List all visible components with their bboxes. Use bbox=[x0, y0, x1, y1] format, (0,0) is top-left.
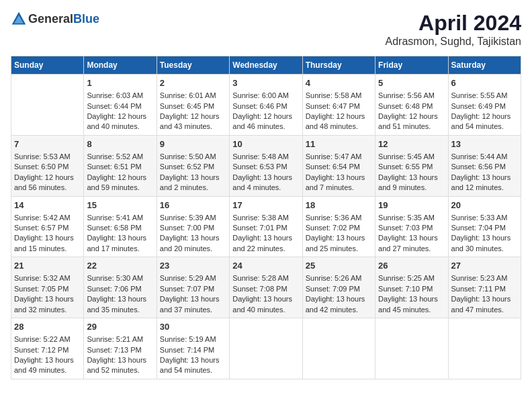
daylight: Daylight: 13 hours and 45 minutes. bbox=[378, 295, 438, 313]
day-cell: 1Sunrise: 6:03 AMSunset: 6:44 PMDaylight… bbox=[84, 75, 157, 136]
day-number: 20 bbox=[451, 199, 518, 212]
day-number: 28 bbox=[14, 321, 81, 333]
sunset: Sunset: 7:14 PM bbox=[160, 346, 214, 354]
sunrise: Sunrise: 5:39 AM bbox=[160, 214, 216, 222]
sunrise: Sunrise: 5:35 AM bbox=[378, 214, 435, 222]
day-cell bbox=[230, 318, 302, 379]
day-number: 1 bbox=[87, 77, 153, 89]
sunrise: Sunrise: 5:32 AM bbox=[14, 274, 71, 282]
daylight: Daylight: 13 hours and 35 minutes. bbox=[87, 295, 146, 313]
day-cell: 4Sunrise: 5:58 AMSunset: 6:47 PMDaylight… bbox=[302, 75, 375, 136]
day-cell: 20Sunrise: 5:33 AMSunset: 7:04 PMDayligh… bbox=[448, 196, 521, 257]
sunset: Sunset: 7:05 PM bbox=[14, 285, 69, 293]
month-title: April 2024 bbox=[386, 11, 521, 36]
day-number: 21 bbox=[14, 260, 81, 272]
day-cell: 18Sunrise: 5:36 AMSunset: 7:02 PMDayligh… bbox=[302, 196, 375, 257]
daylight: Daylight: 12 hours and 48 minutes. bbox=[306, 112, 365, 130]
sunrise: Sunrise: 5:55 AM bbox=[451, 91, 508, 99]
sunrise: Sunrise: 5:22 AM bbox=[14, 335, 71, 343]
day-cell: 10Sunrise: 5:48 AMSunset: 6:53 PMDayligh… bbox=[230, 135, 302, 196]
daylight: Daylight: 13 hours and 42 minutes. bbox=[306, 295, 365, 313]
sunset: Sunset: 6:44 PM bbox=[87, 102, 141, 110]
sunset: Sunset: 7:11 PM bbox=[451, 285, 506, 293]
day-number: 17 bbox=[232, 199, 299, 212]
day-number: 14 bbox=[14, 199, 81, 212]
daylight: Daylight: 12 hours and 43 minutes. bbox=[160, 112, 220, 130]
day-cell: 12Sunrise: 5:45 AMSunset: 6:55 PMDayligh… bbox=[375, 135, 448, 196]
day-number: 27 bbox=[451, 260, 518, 272]
header-cell-thursday: Thursday bbox=[302, 56, 375, 75]
day-cell bbox=[302, 318, 375, 379]
sunrise: Sunrise: 5:21 AM bbox=[87, 335, 143, 343]
day-cell: 5Sunrise: 5:56 AMSunset: 6:48 PMDaylight… bbox=[375, 75, 448, 136]
sunrise: Sunrise: 5:23 AM bbox=[451, 274, 508, 282]
day-number: 29 bbox=[87, 321, 153, 333]
daylight: Daylight: 13 hours and 2 minutes. bbox=[160, 173, 220, 191]
sunrise: Sunrise: 5:30 AM bbox=[87, 274, 143, 282]
daylight: Daylight: 12 hours and 59 minutes. bbox=[87, 173, 146, 191]
day-cell: 21Sunrise: 5:32 AMSunset: 7:05 PMDayligh… bbox=[11, 257, 84, 318]
calendar-table: SundayMondayTuesdayWednesdayThursdayFrid… bbox=[11, 56, 521, 379]
week-row-3: 14Sunrise: 5:42 AMSunset: 6:57 PMDayligh… bbox=[11, 196, 521, 257]
sunset: Sunset: 7:07 PM bbox=[160, 285, 214, 293]
sunset: Sunset: 7:12 PM bbox=[14, 346, 69, 354]
sunset: Sunset: 7:09 PM bbox=[306, 285, 360, 293]
location-title: Adrasmon, Sughd, Tajikistan bbox=[386, 36, 521, 48]
sunset: Sunset: 6:53 PM bbox=[232, 163, 287, 171]
day-number: 30 bbox=[160, 321, 226, 333]
header-cell-saturday: Saturday bbox=[448, 56, 521, 75]
header-row: SundayMondayTuesdayWednesdayThursdayFrid… bbox=[11, 56, 521, 75]
daylight: Daylight: 13 hours and 37 minutes. bbox=[160, 295, 220, 313]
daylight: Daylight: 13 hours and 27 minutes. bbox=[378, 234, 438, 252]
sunset: Sunset: 7:01 PM bbox=[232, 224, 287, 232]
sunrise: Sunrise: 6:01 AM bbox=[160, 91, 216, 99]
day-number: 13 bbox=[451, 138, 518, 150]
title-block: April 2024 Adrasmon, Sughd, Tajikistan bbox=[386, 11, 521, 48]
day-cell bbox=[11, 75, 84, 136]
sunrise: Sunrise: 5:28 AM bbox=[232, 274, 289, 282]
day-number: 16 bbox=[160, 199, 226, 212]
week-row-4: 21Sunrise: 5:32 AMSunset: 7:05 PMDayligh… bbox=[11, 257, 521, 318]
sunset: Sunset: 6:57 PM bbox=[14, 224, 69, 232]
sunset: Sunset: 6:58 PM bbox=[87, 224, 141, 232]
day-cell: 14Sunrise: 5:42 AMSunset: 6:57 PMDayligh… bbox=[11, 196, 84, 257]
day-number: 26 bbox=[378, 260, 445, 272]
sunrise: Sunrise: 5:26 AM bbox=[306, 274, 362, 282]
daylight: Daylight: 13 hours and 52 minutes. bbox=[87, 356, 146, 374]
daylight: Daylight: 13 hours and 54 minutes. bbox=[160, 356, 220, 374]
sunrise: Sunrise: 6:00 AM bbox=[232, 91, 289, 99]
daylight: Daylight: 13 hours and 9 minutes. bbox=[378, 173, 438, 191]
sunrise: Sunrise: 5:47 AM bbox=[306, 152, 362, 161]
day-cell: 8Sunrise: 5:52 AMSunset: 6:51 PMDaylight… bbox=[84, 135, 157, 196]
daylight: Daylight: 13 hours and 30 minutes. bbox=[451, 234, 511, 252]
day-cell: 30Sunrise: 5:19 AMSunset: 7:14 PMDayligh… bbox=[157, 318, 229, 379]
daylight: Daylight: 13 hours and 15 minutes. bbox=[14, 234, 74, 252]
header-cell-tuesday: Tuesday bbox=[157, 56, 229, 75]
day-number: 3 bbox=[232, 77, 299, 89]
sunset: Sunset: 6:51 PM bbox=[87, 163, 141, 171]
sunset: Sunset: 7:10 PM bbox=[378, 285, 433, 293]
sunrise: Sunrise: 5:36 AM bbox=[306, 214, 362, 222]
sunrise: Sunrise: 5:19 AM bbox=[160, 335, 216, 343]
day-cell: 28Sunrise: 5:22 AMSunset: 7:12 PMDayligh… bbox=[11, 318, 84, 379]
logo: GeneralBlue bbox=[11, 11, 99, 27]
week-row-5: 28Sunrise: 5:22 AMSunset: 7:12 PMDayligh… bbox=[11, 318, 521, 379]
sunset: Sunset: 6:52 PM bbox=[160, 163, 214, 171]
daylight: Daylight: 13 hours and 49 minutes. bbox=[14, 356, 74, 374]
day-cell: 29Sunrise: 5:21 AMSunset: 7:13 PMDayligh… bbox=[84, 318, 157, 379]
calendar-body: 1Sunrise: 6:03 AMSunset: 6:44 PMDaylight… bbox=[11, 75, 521, 379]
day-number: 6 bbox=[451, 77, 518, 89]
sunset: Sunset: 7:03 PM bbox=[378, 224, 433, 232]
logo-icon bbox=[11, 11, 27, 27]
sunset: Sunset: 7:02 PM bbox=[306, 224, 360, 232]
day-cell: 22Sunrise: 5:30 AMSunset: 7:06 PMDayligh… bbox=[84, 257, 157, 318]
logo-general-text: General bbox=[28, 12, 73, 26]
sunrise: Sunrise: 5:44 AM bbox=[451, 152, 508, 161]
day-cell bbox=[375, 318, 448, 379]
day-number: 10 bbox=[232, 138, 299, 150]
day-cell: 25Sunrise: 5:26 AMSunset: 7:09 PMDayligh… bbox=[302, 257, 375, 318]
header: GeneralBlue April 2024 Adrasmon, Sughd, … bbox=[11, 11, 521, 48]
day-number: 25 bbox=[306, 260, 372, 272]
sunrise: Sunrise: 5:33 AM bbox=[451, 214, 508, 222]
daylight: Daylight: 12 hours and 56 minutes. bbox=[14, 173, 74, 191]
